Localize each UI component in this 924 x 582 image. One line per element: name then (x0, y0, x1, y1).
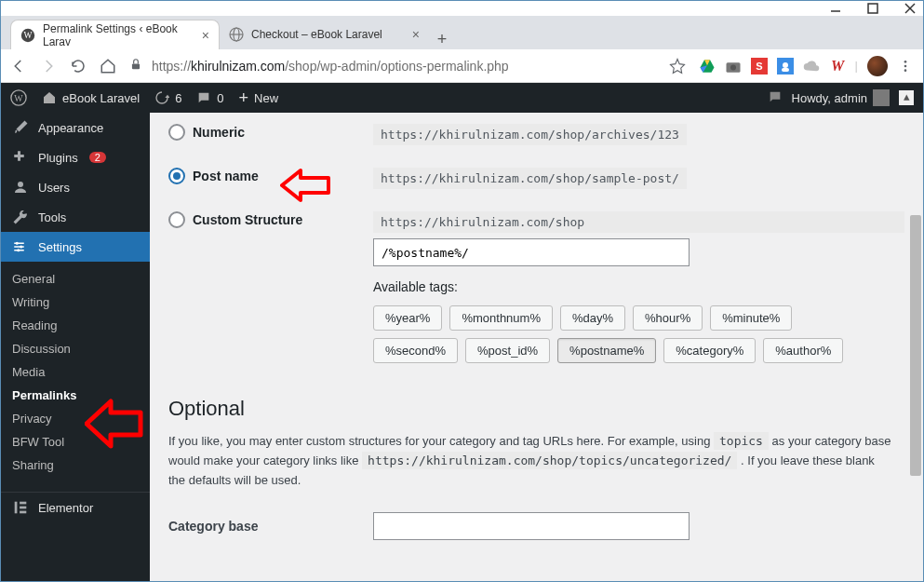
svg-point-21 (904, 61, 907, 63)
browser-address-bar: https://khirulnizam.com/shop/wp-admin/op… (1, 49, 923, 83)
comments-link[interactable]: 0 (196, 90, 223, 105)
ext-camera-icon[interactable] (725, 58, 742, 74)
svg-rect-1 (868, 4, 877, 13)
wordpress-icon: W (20, 28, 35, 43)
option-postname: Post name https://khirulnizam.com/shop/s… (168, 156, 904, 200)
svg-text:W: W (14, 93, 23, 103)
svg-point-31 (20, 246, 22, 249)
new-content-link[interactable]: +New (239, 89, 279, 106)
sub-media[interactable]: Media (1, 360, 150, 384)
reload-button[interactable] (70, 58, 87, 74)
forward-button[interactable] (40, 58, 57, 74)
browser-menu-icon[interactable] (897, 59, 914, 74)
content-scrollbar[interactable] (908, 113, 923, 581)
sub-general[interactable]: General (1, 267, 150, 291)
tag-minute[interactable]: %minute% (710, 305, 792, 331)
sub-reading[interactable]: Reading (1, 314, 150, 337)
tag-second[interactable]: %second% (373, 338, 458, 363)
ext-blue-icon[interactable] (777, 58, 794, 74)
sub-writing[interactable]: Writing (1, 291, 150, 314)
updates-link[interactable]: 6 (154, 90, 181, 105)
profile-avatar[interactable] (867, 56, 888, 76)
svg-point-23 (904, 69, 907, 72)
code-topics: topics (714, 432, 769, 450)
minimize-button[interactable] (830, 3, 841, 14)
menu-elementor[interactable]: Elementor (1, 493, 150, 522)
menu-settings[interactable]: Settings (1, 232, 150, 262)
sub-discussion[interactable]: Discussion (1, 337, 150, 360)
available-tags-label: Available tags: (373, 279, 904, 294)
menu-plugins[interactable]: Plugins 2 (1, 142, 150, 172)
home-button[interactable] (100, 58, 116, 74)
plugin-icon (12, 149, 29, 166)
extension-icons: S W | (699, 56, 914, 76)
ext-drive-icon[interactable] (699, 58, 716, 74)
custom-base-url: https://khirulnizam.com/shop (373, 211, 904, 233)
menu-tools[interactable]: Tools (1, 202, 150, 232)
browser-tab-active[interactable]: W Permalink Settings ‹ eBook Larav × (10, 20, 220, 49)
svg-rect-19 (782, 68, 789, 72)
notification-icon[interactable] (768, 89, 783, 107)
custom-radio[interactable] (168, 211, 185, 228)
svg-text:W: W (23, 30, 33, 40)
svg-rect-35 (20, 507, 26, 509)
new-tab-button[interactable]: + (429, 30, 455, 49)
tab-title: Checkout – eBook Laravel (251, 28, 382, 41)
wp-admin-bar: W eBook Laravel 6 0 +New Howdy, admin ▴ (1, 83, 923, 113)
maximize-button[interactable] (867, 3, 878, 14)
category-base-label: Category base (168, 519, 373, 534)
adminbar-scroll-up[interactable]: ▴ (899, 90, 914, 105)
window-titlebar (1, 1, 923, 16)
svg-point-18 (783, 62, 788, 68)
custom-label[interactable]: Custom Structure (168, 211, 373, 228)
tag-year[interactable]: %year% (373, 305, 442, 331)
wp-logo-icon[interactable]: W (10, 89, 27, 106)
tag-monthnum[interactable]: %monthnum% (449, 305, 553, 331)
ext-w-icon[interactable]: W (829, 58, 846, 74)
category-base-row: Category base (168, 512, 904, 540)
account-link[interactable]: Howdy, admin (792, 89, 890, 106)
custom-structure-input[interactable] (373, 238, 690, 266)
plugins-update-badge: 2 (89, 152, 106, 163)
users-icon (12, 179, 29, 196)
tag-postname[interactable]: %postname% (557, 338, 656, 363)
numeric-radio[interactable] (168, 124, 185, 141)
svg-point-22 (904, 64, 907, 67)
available-tag-buttons: %year% %monthnum% %day% %hour% %minute% … (373, 305, 857, 363)
postname-label[interactable]: Post name (168, 168, 373, 184)
user-avatar (873, 89, 890, 106)
tab-close-icon[interactable]: × (412, 27, 420, 42)
star-icon[interactable] (669, 58, 686, 74)
category-base-input[interactable] (373, 512, 690, 540)
numeric-url-sample: https://khirulnizam.com/shop/archives/12… (373, 124, 687, 145)
url-field[interactable]: https://khirulnizam.com/shop/wp-admin/op… (129, 58, 656, 74)
tag-day[interactable]: %day% (560, 305, 625, 331)
svg-point-14 (730, 64, 736, 70)
tag-author[interactable]: %author% (763, 338, 843, 363)
submenu-settings: General Writing Reading Discussion Media… (1, 262, 150, 486)
back-button[interactable] (10, 58, 27, 74)
svg-point-26 (18, 182, 23, 187)
tools-icon (12, 209, 29, 225)
tag-hour[interactable]: %hour% (633, 305, 703, 331)
numeric-label[interactable]: Numeric (168, 124, 373, 141)
postname-radio[interactable] (168, 168, 185, 184)
menu-appearance[interactable]: Appearance (1, 113, 150, 142)
tag-post-id[interactable]: %post_id% (465, 338, 550, 363)
tab-close-icon[interactable]: × (202, 28, 209, 43)
sub-sharing[interactable]: Sharing (1, 453, 150, 477)
ext-red-icon[interactable]: S (751, 58, 768, 74)
menu-users[interactable]: Users (1, 172, 150, 202)
browser-tab-inactive[interactable]: Checkout – eBook Laravel × (220, 20, 429, 49)
svg-rect-33 (15, 502, 18, 514)
svg-rect-34 (20, 502, 26, 505)
url-text: https://khirulnizam.com/shop/wp-admin/op… (152, 59, 509, 74)
window-close-button[interactable] (904, 3, 916, 14)
svg-text:S: S (756, 61, 762, 72)
ext-cloud-icon[interactable] (803, 58, 820, 74)
site-favicon (229, 27, 244, 42)
svg-marker-37 (282, 170, 328, 200)
site-name-link[interactable]: eBook Laravel (42, 90, 140, 105)
svg-point-32 (17, 249, 20, 251)
tag-category[interactable]: %category% (663, 338, 756, 363)
